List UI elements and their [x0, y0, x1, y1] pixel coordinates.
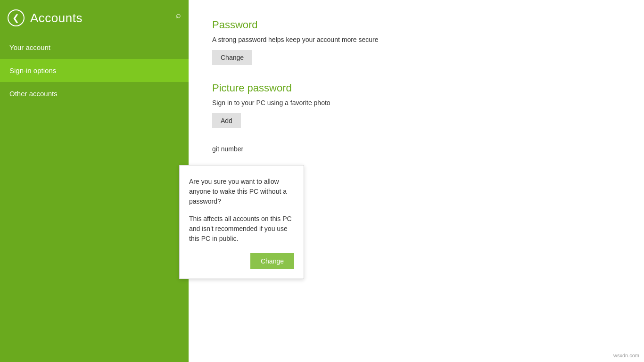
sidebar-title: Accounts	[30, 11, 83, 25]
picture-password-title: Picture password	[212, 82, 620, 94]
dialog-message: Are you sure you want to allow anyone to…	[189, 177, 294, 206]
picture-password-add-button[interactable]: Add	[212, 113, 241, 128]
back-button[interactable]: ❮	[8, 9, 25, 26]
pin-section: git number	[212, 145, 620, 153]
sidebar-item-sign-in-options[interactable]: Sign-in options	[0, 59, 189, 82]
picture-password-section: Picture password Sign in to your PC usin…	[212, 82, 620, 128]
password-description: A strong password helps keep your accoun…	[212, 36, 620, 43]
sidebar-header: ❮ Accounts ⌕	[0, 0, 189, 36]
dialog-note: This affects all accounts on this PC and…	[189, 214, 294, 244]
password-title: Password	[212, 19, 620, 31]
picture-password-description: Sign in to your PC using a favorite phot…	[212, 99, 620, 107]
main-content: Password A strong password helps keep yo…	[189, 0, 644, 362]
sidebar: ❮ Accounts ⌕ Your account Sign-in option…	[0, 0, 189, 362]
back-arrow-icon: ❮	[12, 14, 19, 22]
search-icon[interactable]: ⌕	[176, 10, 181, 20]
password-section: Password A strong password helps keep yo…	[212, 19, 620, 65]
dialog-footer: Change	[189, 253, 294, 269]
confirm-dialog: Are you sure you want to allow anyone to…	[179, 165, 304, 279]
sidebar-item-other-accounts[interactable]: Other accounts	[0, 82, 189, 105]
watermark: wsxdn.com	[613, 353, 639, 358]
password-change-button[interactable]: Change	[212, 50, 252, 65]
pin-partial-text: git number	[212, 145, 620, 153]
dialog-change-button[interactable]: Change	[250, 253, 294, 269]
sidebar-item-your-account[interactable]: Your account	[0, 36, 189, 59]
